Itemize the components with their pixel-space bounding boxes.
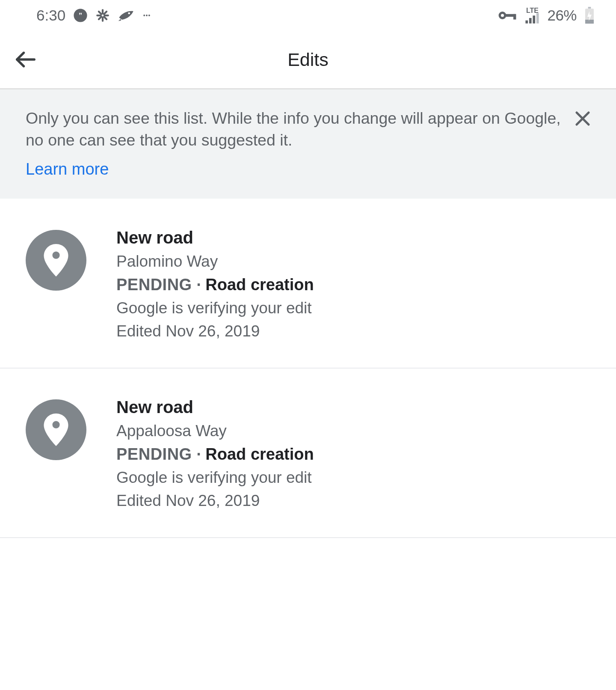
clock: 6:30 [36,7,65,24]
vpn-key-icon [498,9,517,21]
close-banner-button[interactable] [572,107,599,131]
svg-rect-24 [585,20,594,24]
svg-point-13 [148,15,150,16]
edit-item[interactable]: New road Palomino Way PENDING · Road cre… [0,199,616,369]
asterisk-icon [95,8,110,23]
signal-icon [525,12,539,24]
status-left: 6:30 ” [36,7,151,24]
svg-rect-22 [588,7,591,9]
edit-item[interactable]: New road Appaloosa Way PENDING · Road cr… [0,369,616,538]
svg-text:”: ” [79,12,83,20]
edit-status-line: PENDING · Road creation [116,445,590,464]
edit-verify-message: Google is verifying your edit [116,469,590,487]
info-text: Only you can see this list. While the in… [26,109,561,149]
svg-rect-17 [513,14,516,20]
edit-title: New road [116,398,590,417]
svg-point-15 [501,14,504,17]
edit-content: New road Appaloosa Way PENDING · Road cr… [116,398,590,510]
svg-line-8 [104,12,107,14]
svg-rect-19 [529,18,532,24]
status-right: LTE 26% [498,7,595,24]
edit-content: New road Palomino Way PENDING · Road cre… [116,228,590,340]
edit-subtitle: Appaloosa Way [116,422,590,440]
signal-stack: LTE [525,7,539,24]
app-bar: Edits [0,31,616,89]
place-pin-icon [26,230,86,291]
edit-status-line: PENDING · Road creation [116,276,590,294]
edits-list: New road Palomino Way PENDING · Road cre… [0,199,616,538]
svg-point-30 [52,421,59,428]
place-pin-icon [26,399,86,460]
quote-bubble-icon: ” [73,8,88,23]
page-title: Edits [51,49,565,70]
edit-title: New road [116,228,590,247]
info-text-block: Only you can see this list. While the in… [26,107,564,181]
separator-dot: · [192,445,206,463]
svg-point-11 [143,15,145,16]
svg-line-6 [99,12,101,14]
close-icon [572,108,593,129]
battery-icon [584,7,595,24]
rocket-icon [118,9,135,22]
svg-line-9 [99,17,101,19]
edit-date: Edited Nov 26, 2019 [116,322,590,340]
svg-point-10 [128,12,130,15]
info-banner: Only you can see this list. While the in… [0,89,616,199]
back-button[interactable] [0,31,51,88]
edit-status: PENDING [116,276,192,294]
svg-point-12 [146,15,148,16]
more-icon [142,11,151,20]
separator-dot: · [192,276,206,294]
edit-verify-message: Google is verifying your edit [116,299,590,317]
edit-subtitle: Palomino Way [116,253,590,271]
svg-rect-20 [533,15,536,23]
svg-line-7 [104,17,107,19]
svg-rect-21 [536,13,539,24]
battery-percent: 26% [547,7,577,24]
svg-rect-18 [526,21,528,24]
learn-more-link[interactable]: Learn more [26,158,109,180]
edit-type: Road creation [205,445,314,463]
status-bar: 6:30 ” LTE 26% [0,0,616,31]
arrow-left-icon [14,48,37,71]
edit-date: Edited Nov 26, 2019 [116,492,590,510]
edit-type: Road creation [205,276,314,294]
svg-point-29 [52,251,59,259]
edit-status: PENDING [116,445,192,463]
